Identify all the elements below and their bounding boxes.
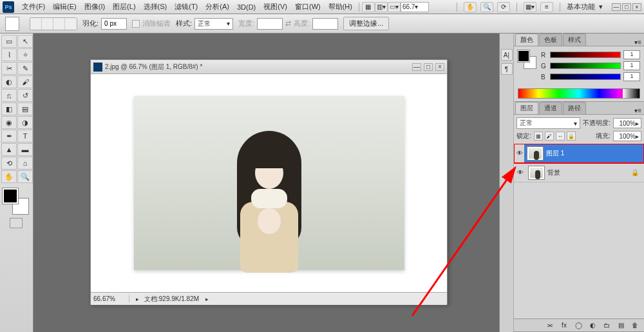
menu-image[interactable]: 图像(I) (80, 0, 109, 14)
b-value[interactable]: 1 (623, 72, 640, 81)
eyedropper-tool-icon[interactable]: ✎ (17, 62, 33, 75)
lock-pixels-icon[interactable]: 🖌 (545, 132, 554, 141)
menu-filter[interactable]: 滤镜(T) (171, 0, 202, 14)
spectrum-picker[interactable] (518, 88, 640, 99)
layer-group-icon[interactable]: 🗀 (601, 321, 612, 330)
blur-tool-icon[interactable]: ◉ (1, 116, 17, 129)
character-panel-icon[interactable]: A| (501, 49, 513, 61)
menu-3d[interactable]: 3D(D) (233, 1, 260, 13)
zoom-tool-icon[interactable]: 🔍 (17, 170, 33, 183)
rotate-view-icon[interactable]: ⟳ (497, 2, 510, 12)
visibility-toggle-icon[interactable]: 👁 (514, 144, 524, 163)
tab-channels[interactable]: 通道 (539, 102, 562, 114)
panel-fg-swatch[interactable] (518, 50, 529, 62)
dodge-tool-icon[interactable]: ◑ (17, 116, 33, 129)
shape-tool-icon[interactable]: ▬ (17, 143, 33, 156)
pen-tool-icon[interactable]: ✒ (1, 130, 17, 142)
eraser-tool-icon[interactable]: ◧ (1, 103, 17, 115)
healing-brush-tool-icon[interactable]: ◐ (1, 75, 17, 88)
tab-paths[interactable]: 路径 (563, 102, 586, 114)
arrange-docs-icon[interactable]: ▥▾ (375, 2, 388, 12)
adjustment-layer-icon[interactable]: ◐ (587, 321, 598, 330)
feather-input[interactable] (101, 18, 127, 30)
status-flyout2-icon[interactable]: ▸ (205, 296, 209, 302)
brush-tool-icon[interactable]: 🖌 (17, 75, 33, 88)
r-slider[interactable] (550, 52, 621, 58)
tab-swatches[interactable]: 色板 (539, 34, 562, 46)
link-layers-icon[interactable]: ⫘ (545, 321, 555, 330)
guides-icon[interactable]: ≡ (540, 2, 553, 12)
panel-menu-icon[interactable]: ▾≡ (632, 39, 644, 46)
b-slider[interactable] (550, 73, 621, 80)
foreground-color-swatch[interactable] (3, 188, 18, 204)
doc-maximize-icon[interactable]: □ (424, 63, 433, 71)
visibility-toggle-icon[interactable]: 👁 (515, 168, 526, 178)
3d-rotate-tool-icon[interactable]: ⟲ (1, 157, 17, 170)
extras-icon[interactable]: ▦▾ (524, 2, 536, 12)
menu-layer[interactable]: 图层(L) (109, 0, 139, 14)
r-value[interactable]: 1 (623, 50, 640, 59)
panel-menu-icon[interactable]: ▾≡ (632, 107, 644, 114)
gradient-tool-icon[interactable]: ▤ (17, 103, 33, 115)
menu-view[interactable]: 视图(V) (260, 0, 291, 14)
lock-position-icon[interactable]: ↔ (556, 132, 565, 141)
workspace-dropdown-icon[interactable]: ▾ (599, 3, 603, 11)
status-docsize[interactable]: 文档:929.9K/1.82M (144, 295, 199, 304)
g-slider[interactable] (550, 63, 621, 69)
magic-wand-tool-icon[interactable]: ✧ (17, 48, 33, 61)
quick-mask-toggle[interactable] (10, 218, 23, 228)
layer-name[interactable]: 背景 (547, 168, 560, 177)
selection-mode-group[interactable] (30, 17, 77, 30)
menu-help[interactable]: 帮助(H) (325, 0, 356, 14)
status-flyout-icon[interactable]: ▸ (136, 296, 139, 302)
doc-close-icon[interactable]: × (435, 63, 444, 71)
layer-thumbnail[interactable] (527, 146, 544, 161)
crop-tool-icon[interactable]: ✂ (1, 62, 17, 75)
layer-name[interactable]: 图层 1 (546, 149, 564, 158)
zoom-level-field[interactable]: 66.7▾ (401, 2, 429, 12)
delete-layer-icon[interactable]: 🗑 (630, 321, 640, 330)
tab-styles[interactable]: 样式 (563, 34, 586, 46)
style-select[interactable]: 正常▾ (194, 18, 233, 30)
type-tool-icon[interactable]: T (17, 130, 33, 142)
refine-edge-button[interactable]: 调整边缘... (343, 17, 389, 30)
tool-preset-picker[interactable] (5, 17, 19, 31)
marquee-tool-icon[interactable]: ▭ (1, 35, 17, 48)
opacity-field[interactable]: 100%▸ (613, 118, 641, 128)
layer-thumbnail[interactable] (528, 166, 545, 180)
lasso-tool-icon[interactable]: ⌇ (1, 48, 17, 61)
panel-color-swatches[interactable] (518, 50, 536, 68)
workspace-label[interactable]: 基本功能 (567, 2, 595, 12)
history-brush-tool-icon[interactable]: ↺ (17, 89, 33, 102)
window-close-icon[interactable]: × (632, 3, 641, 11)
hand-tool-icon[interactable]: ✋ (464, 2, 477, 12)
hand-tool-icon[interactable]: ✋ (1, 170, 17, 183)
antialiased-checkbox[interactable] (132, 20, 140, 28)
status-zoom[interactable]: 66.67% (93, 295, 129, 302)
paragraph-panel-icon[interactable]: ¶ (501, 63, 513, 75)
doc-minimize-icon[interactable]: — (412, 63, 421, 71)
layer-row[interactable]: 👁 背景 🔒 (514, 163, 644, 182)
document-canvas[interactable] (91, 74, 447, 292)
menu-analysis[interactable]: 分析(A) (202, 0, 233, 14)
menu-select[interactable]: 选择(S) (140, 0, 171, 14)
blend-mode-select[interactable]: 正常▾ (516, 117, 580, 129)
layer-mask-icon[interactable]: ◯ (573, 321, 583, 330)
g-value[interactable]: 1 (623, 61, 640, 70)
tab-color[interactable]: 颜色 (515, 34, 538, 46)
lock-transparency-icon[interactable]: ▦ (534, 132, 543, 141)
move-tool-icon[interactable]: ↖ (17, 35, 33, 48)
window-minimize-icon[interactable]: — (612, 3, 621, 11)
menu-edit[interactable]: 编辑(E) (49, 0, 80, 14)
3d-camera-tool-icon[interactable]: ⌂ (17, 157, 33, 170)
window-maximize-icon[interactable]: □ (622, 3, 631, 11)
lock-all-icon[interactable]: 🔒 (567, 132, 576, 141)
new-layer-icon[interactable]: ▤ (616, 321, 626, 330)
color-swatches[interactable] (3, 188, 28, 214)
fill-field[interactable]: 100%▸ (613, 131, 641, 141)
menu-file[interactable]: 文件(F) (18, 0, 49, 14)
clone-stamp-tool-icon[interactable]: ⎌ (1, 89, 17, 102)
menu-window[interactable]: 窗口(W) (291, 0, 325, 14)
document-titlebar[interactable]: 2.jpg @ 66.7% (图层 1, RGB/8#) * — □ × (91, 60, 447, 74)
layer-row[interactable]: 👁 图层 1 (514, 144, 644, 163)
